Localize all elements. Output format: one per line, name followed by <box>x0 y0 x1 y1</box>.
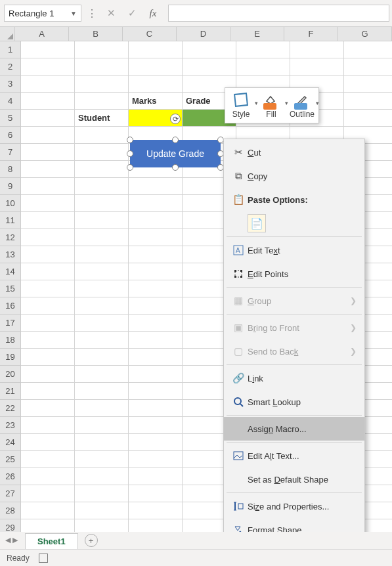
cell[interactable] <box>75 400 129 417</box>
row-header[interactable]: 15 <box>0 280 21 297</box>
cell[interactable] <box>21 417 75 434</box>
cell[interactable] <box>21 434 75 451</box>
menu-edit-text[interactable]: A Edit Text <box>224 238 364 262</box>
cell[interactable] <box>21 76 75 93</box>
cell[interactable] <box>129 178 183 195</box>
row-header[interactable]: 28 <box>0 502 21 519</box>
cell[interactable] <box>129 246 183 263</box>
resize-handle[interactable] <box>172 137 179 143</box>
cell[interactable] <box>75 93 129 110</box>
cell[interactable] <box>183 58 236 76</box>
cell[interactable] <box>21 246 75 263</box>
cell[interactable] <box>129 195 183 212</box>
row-header[interactable]: 24 <box>0 434 21 451</box>
row-header[interactable]: 23 <box>0 417 21 434</box>
cell[interactable] <box>21 485 75 502</box>
resize-handle[interactable] <box>172 164 179 171</box>
cell[interactable]: Student <box>75 110 129 127</box>
cell[interactable] <box>75 76 129 93</box>
cell[interactable] <box>75 315 129 332</box>
fx-icon[interactable]: fx <box>147 8 159 19</box>
cell[interactable] <box>21 212 75 229</box>
cell[interactable] <box>75 468 129 485</box>
cell[interactable] <box>21 383 75 400</box>
cell[interactable] <box>129 263 183 280</box>
menu-edit-points[interactable]: Edit Points <box>224 262 364 286</box>
cell[interactable] <box>75 178 129 195</box>
row-header[interactable]: 7 <box>0 144 21 161</box>
col-header[interactable]: D <box>177 27 230 41</box>
cell[interactable] <box>75 383 129 400</box>
row-header[interactable]: 13 <box>0 246 21 263</box>
cell[interactable] <box>129 485 183 502</box>
row-header[interactable]: 22 <box>0 400 21 417</box>
cell[interactable] <box>75 161 129 178</box>
row-header[interactable]: 1 <box>0 41 21 58</box>
row-header[interactable]: 4 <box>0 93 21 110</box>
outline-button[interactable]: ▾ Outline <box>290 92 315 119</box>
cell[interactable] <box>75 263 129 280</box>
cell[interactable] <box>129 332 183 349</box>
cell[interactable] <box>75 144 129 161</box>
cell[interactable] <box>129 502 183 519</box>
cell[interactable] <box>129 366 183 383</box>
cell[interactable] <box>75 41 129 58</box>
cell[interactable] <box>129 400 183 417</box>
cell[interactable] <box>21 263 75 280</box>
col-header[interactable]: F <box>284 27 338 41</box>
menu-cut[interactable]: ✂ Cut <box>224 141 364 164</box>
cell[interactable] <box>75 212 129 229</box>
cell[interactable] <box>75 417 129 434</box>
cell[interactable] <box>129 58 183 76</box>
col-header[interactable]: B <box>69 27 123 41</box>
menu-assign-macro[interactable]: Assign Macro... <box>224 417 364 441</box>
cell[interactable] <box>129 468 183 485</box>
cell[interactable] <box>21 451 75 468</box>
cell[interactable] <box>21 195 75 212</box>
cell[interactable] <box>236 41 290 58</box>
cell[interactable] <box>344 41 392 58</box>
cell[interactable] <box>21 280 75 297</box>
cell[interactable] <box>75 229 129 246</box>
cell[interactable] <box>21 178 75 195</box>
cell[interactable] <box>21 297 75 315</box>
row-header[interactable]: 12 <box>0 229 21 246</box>
select-all-button[interactable] <box>0 27 15 41</box>
cell[interactable] <box>290 58 344 76</box>
cell[interactable] <box>344 58 392 76</box>
cell[interactable] <box>129 383 183 400</box>
cell[interactable] <box>129 297 183 315</box>
cell[interactable] <box>129 434 183 451</box>
row-header[interactable]: 3 <box>0 76 21 93</box>
resize-handle[interactable] <box>127 164 133 171</box>
tab-nav[interactable]: ◀ ▶ <box>5 536 18 544</box>
row-header[interactable]: 16 <box>0 297 21 315</box>
cell[interactable] <box>21 468 75 485</box>
update-grade-shape[interactable]: Update Grade ⟳ <box>130 140 221 167</box>
cell[interactable] <box>75 58 129 76</box>
fill-button[interactable]: ▾ Fill <box>259 92 283 119</box>
add-sheet-button[interactable]: + <box>85 534 98 547</box>
macro-record-icon[interactable] <box>39 554 48 563</box>
chevron-down-icon[interactable]: ▼ <box>70 10 77 17</box>
cell[interactable] <box>129 280 183 297</box>
cell[interactable] <box>129 76 183 93</box>
cell[interactable] <box>75 127 129 144</box>
row-header[interactable]: 2 <box>0 58 21 76</box>
cell[interactable] <box>129 451 183 468</box>
cell[interactable] <box>21 502 75 519</box>
row-header[interactable]: 8 <box>0 161 21 178</box>
cell[interactable] <box>21 332 75 349</box>
cell[interactable] <box>129 212 183 229</box>
resize-handle[interactable] <box>127 150 133 157</box>
menu-copy[interactable]: ⧉ Copy <box>224 164 364 188</box>
cell[interactable] <box>75 280 129 297</box>
cell[interactable] <box>344 76 392 93</box>
col-header[interactable]: E <box>230 27 284 41</box>
paste-option-button[interactable]: 📄 <box>248 214 266 232</box>
cell[interactable] <box>129 349 183 366</box>
row-header[interactable]: 14 <box>0 263 21 280</box>
row-header[interactable]: 21 <box>0 383 21 400</box>
cell[interactable] <box>21 58 75 76</box>
row-header[interactable]: 5 <box>0 110 21 127</box>
